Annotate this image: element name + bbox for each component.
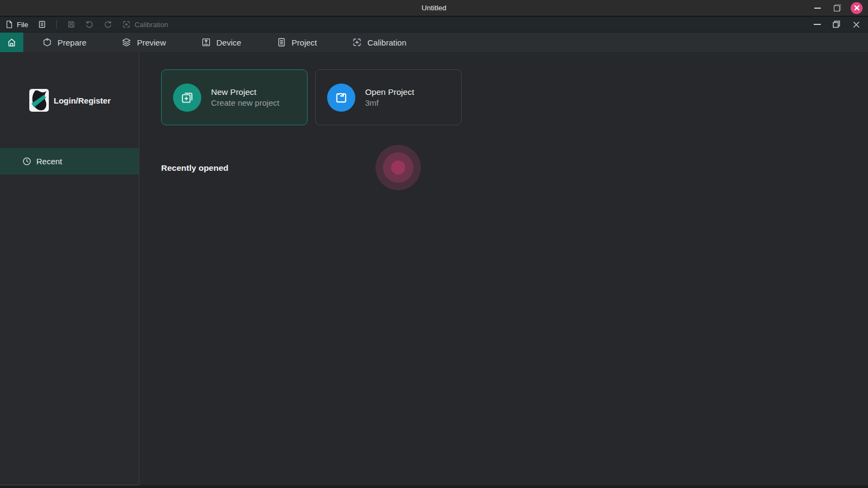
app-menubar: File Calibration bbox=[0, 17, 868, 33]
layers-icon bbox=[122, 37, 131, 47]
maximize-icon bbox=[834, 4, 841, 11]
tab-calibration-label: Calibration bbox=[367, 38, 406, 47]
recently-opened-heading: Recently opened bbox=[161, 163, 868, 173]
minimize-icon bbox=[814, 24, 821, 25]
undo-button[interactable] bbox=[80, 17, 99, 32]
new-file-icon bbox=[173, 84, 201, 112]
calibration-icon bbox=[122, 20, 131, 29]
document-list-icon bbox=[277, 37, 286, 47]
tab-prepare[interactable]: Prepare bbox=[42, 37, 86, 47]
main-tabbar: Prepare Preview Device Project Calibrati… bbox=[0, 33, 868, 52]
restore-icon bbox=[833, 21, 840, 28]
notes-icon bbox=[38, 20, 46, 29]
save-button[interactable] bbox=[62, 17, 80, 32]
tab-preview-label: Preview bbox=[137, 38, 165, 47]
redo-button[interactable] bbox=[99, 17, 117, 32]
window-title: Untitled bbox=[0, 4, 868, 12]
os-titlebar: Untitled bbox=[0, 0, 868, 17]
login-register-label: Login/Register bbox=[54, 96, 111, 105]
orca-logo bbox=[29, 89, 49, 112]
printer-icon bbox=[201, 37, 211, 47]
tab-device-label: Device bbox=[216, 38, 241, 47]
os-maximize-button[interactable] bbox=[831, 2, 843, 14]
sidebar: Login/Register Recent bbox=[0, 52, 139, 485]
file-icon bbox=[5, 20, 13, 29]
app-close-button[interactable] bbox=[851, 19, 861, 30]
save-icon bbox=[67, 20, 75, 29]
open-project-title: Open Project bbox=[365, 87, 414, 97]
tab-project[interactable]: Project bbox=[277, 37, 317, 47]
tab-device[interactable]: Device bbox=[201, 37, 241, 47]
tab-project-label: Project bbox=[292, 38, 317, 47]
tab-home[interactable] bbox=[0, 33, 23, 52]
tab-calibration[interactable]: Calibration bbox=[352, 37, 406, 47]
clock-icon bbox=[22, 157, 31, 166]
os-minimize-button[interactable] bbox=[812, 2, 824, 14]
file-menu[interactable]: File bbox=[0, 17, 33, 32]
app-minimize-button[interactable] bbox=[812, 19, 822, 30]
calibration-menu-label: Calibration bbox=[135, 21, 168, 29]
undo-icon bbox=[85, 20, 94, 29]
new-project-subtitle: Create new project bbox=[211, 98, 279, 107]
calibration-icon bbox=[352, 37, 362, 47]
minimize-icon bbox=[814, 8, 821, 9]
new-project-card[interactable]: New Project Create new project bbox=[161, 69, 308, 125]
close-icon bbox=[854, 5, 860, 11]
box-icon bbox=[42, 37, 52, 47]
notes-button[interactable] bbox=[33, 17, 51, 32]
sidebar-item-recent-label: Recent bbox=[36, 157, 62, 166]
open-project-card[interactable]: Open Project 3mf bbox=[315, 69, 462, 125]
tab-prepare-label: Prepare bbox=[58, 38, 86, 47]
import-icon bbox=[327, 84, 355, 112]
new-project-title: New Project bbox=[211, 87, 279, 97]
redo-icon bbox=[104, 20, 112, 29]
tab-preview[interactable]: Preview bbox=[122, 37, 165, 47]
app-restore-button[interactable] bbox=[831, 19, 842, 30]
calibration-menu[interactable]: Calibration bbox=[117, 17, 173, 32]
sidebar-item-recent[interactable]: Recent bbox=[0, 148, 139, 175]
login-register-button[interactable]: Login/Register bbox=[29, 89, 139, 112]
home-content: New Project Create new project Open Proj… bbox=[139, 52, 868, 485]
file-menu-label: File bbox=[17, 21, 28, 29]
menubar-separator bbox=[56, 20, 57, 29]
window-bottom-edge bbox=[0, 485, 868, 487]
home-icon bbox=[7, 37, 17, 48]
open-project-subtitle: 3mf bbox=[365, 98, 414, 107]
os-close-button[interactable] bbox=[851, 2, 863, 14]
close-icon bbox=[853, 21, 860, 28]
